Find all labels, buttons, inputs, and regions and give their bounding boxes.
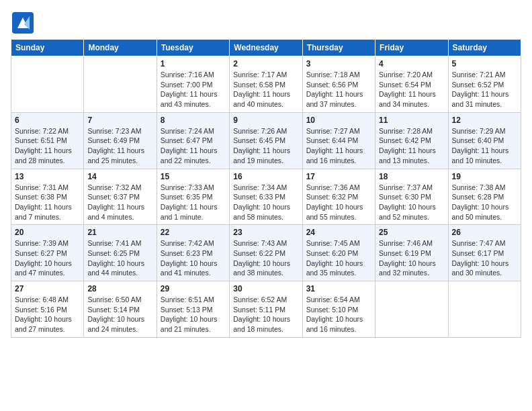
day-info: Sunrise: 7:17 AM Sunset: 6:58 PM Dayligh… (233, 70, 298, 109)
day-info: Sunrise: 7:34 AM Sunset: 6:33 PM Dayligh… (233, 183, 298, 222)
day-info: Sunrise: 7:38 AM Sunset: 6:28 PM Dayligh… (452, 183, 517, 222)
day-number: 6 (15, 116, 80, 125)
weekday-header-thursday: Thursday (302, 40, 375, 56)
weekday-header-friday: Friday (375, 40, 448, 56)
day-number: 2 (233, 59, 298, 68)
logo-icon (11, 11, 35, 35)
calendar-cell: 17Sunrise: 7:36 AM Sunset: 6:32 PM Dayli… (302, 169, 375, 225)
calendar-cell (448, 281, 521, 338)
day-info: Sunrise: 7:32 AM Sunset: 6:37 PM Dayligh… (87, 183, 152, 222)
day-info: Sunrise: 6:51 AM Sunset: 5:13 PM Dayligh… (161, 295, 226, 334)
day-number: 17 (306, 172, 371, 181)
calendar-cell: 28Sunrise: 6:50 AM Sunset: 5:14 PM Dayli… (84, 281, 157, 338)
weekday-header-saturday: Saturday (448, 40, 521, 56)
day-number: 14 (87, 172, 152, 181)
calendar-cell: 29Sunrise: 6:51 AM Sunset: 5:13 PM Dayli… (157, 281, 229, 338)
calendar-week-4: 20Sunrise: 7:39 AM Sunset: 6:27 PM Dayli… (11, 225, 521, 281)
day-number: 27 (15, 284, 80, 293)
day-number: 18 (379, 172, 444, 181)
calendar: SundayMondayTuesdayWednesdayThursdayFrid… (11, 39, 521, 338)
day-number: 24 (306, 228, 371, 237)
calendar-cell: 19Sunrise: 7:38 AM Sunset: 6:28 PM Dayli… (448, 169, 521, 225)
day-number: 10 (306, 116, 371, 125)
day-info: Sunrise: 7:20 AM Sunset: 6:54 PM Dayligh… (379, 70, 444, 109)
weekday-header-sunday: Sunday (11, 40, 84, 56)
day-info: Sunrise: 7:24 AM Sunset: 6:47 PM Dayligh… (161, 126, 226, 166)
day-number: 26 (452, 228, 517, 237)
calendar-week-3: 13Sunrise: 7:31 AM Sunset: 6:38 PM Dayli… (11, 169, 521, 225)
day-number: 21 (87, 228, 152, 237)
calendar-cell: 22Sunrise: 7:42 AM Sunset: 6:23 PM Dayli… (157, 225, 229, 281)
day-number: 7 (87, 116, 152, 125)
day-number: 30 (233, 284, 298, 293)
calendar-cell: 5Sunrise: 7:21 AM Sunset: 6:52 PM Daylig… (448, 56, 521, 113)
day-info: Sunrise: 7:16 AM Sunset: 7:00 PM Dayligh… (161, 70, 226, 109)
calendar-week-1: 1Sunrise: 7:16 AM Sunset: 7:00 PM Daylig… (11, 56, 521, 113)
day-number: 23 (233, 228, 298, 237)
calendar-cell: 3Sunrise: 7:18 AM Sunset: 6:56 PM Daylig… (302, 56, 375, 113)
calendar-cell: 25Sunrise: 7:46 AM Sunset: 6:19 PM Dayli… (375, 225, 448, 281)
day-number: 15 (161, 172, 226, 181)
calendar-cell (11, 56, 84, 113)
day-number: 11 (379, 116, 444, 125)
day-number: 19 (452, 172, 517, 181)
weekday-header-tuesday: Tuesday (157, 40, 229, 56)
calendar-cell: 10Sunrise: 7:27 AM Sunset: 6:44 PM Dayli… (302, 112, 375, 169)
day-info: Sunrise: 7:46 AM Sunset: 6:19 PM Dayligh… (379, 238, 444, 278)
calendar-cell: 1Sunrise: 7:16 AM Sunset: 7:00 PM Daylig… (157, 56, 229, 113)
day-number: 3 (306, 59, 371, 68)
day-info: Sunrise: 7:45 AM Sunset: 6:20 PM Dayligh… (306, 238, 371, 278)
day-info: Sunrise: 6:54 AM Sunset: 5:10 PM Dayligh… (306, 295, 371, 334)
day-number: 31 (306, 284, 371, 293)
calendar-cell: 26Sunrise: 7:47 AM Sunset: 6:17 PM Dayli… (448, 225, 521, 281)
day-number: 12 (452, 116, 517, 125)
calendar-cell: 15Sunrise: 7:33 AM Sunset: 6:35 PM Dayli… (157, 169, 229, 225)
calendar-cell: 8Sunrise: 7:24 AM Sunset: 6:47 PM Daylig… (157, 112, 229, 169)
day-number: 1 (161, 59, 226, 68)
day-info: Sunrise: 7:41 AM Sunset: 6:25 PM Dayligh… (87, 238, 152, 278)
day-info: Sunrise: 7:47 AM Sunset: 6:17 PM Dayligh… (452, 238, 517, 278)
calendar-cell: 7Sunrise: 7:23 AM Sunset: 6:49 PM Daylig… (84, 112, 157, 169)
day-info: Sunrise: 7:39 AM Sunset: 6:27 PM Dayligh… (15, 238, 80, 278)
calendar-body: 1Sunrise: 7:16 AM Sunset: 7:00 PM Daylig… (11, 56, 521, 338)
day-number: 13 (15, 172, 80, 181)
day-number: 4 (379, 59, 444, 68)
calendar-cell: 9Sunrise: 7:26 AM Sunset: 6:45 PM Daylig… (230, 112, 302, 169)
calendar-cell: 18Sunrise: 7:37 AM Sunset: 6:30 PM Dayli… (375, 169, 448, 225)
calendar-cell: 21Sunrise: 7:41 AM Sunset: 6:25 PM Dayli… (84, 225, 157, 281)
day-info: Sunrise: 7:23 AM Sunset: 6:49 PM Dayligh… (87, 126, 152, 166)
day-info: Sunrise: 7:28 AM Sunset: 6:42 PM Dayligh… (379, 126, 444, 166)
calendar-cell: 6Sunrise: 7:22 AM Sunset: 6:51 PM Daylig… (11, 112, 84, 169)
calendar-cell (375, 281, 448, 338)
calendar-cell: 16Sunrise: 7:34 AM Sunset: 6:33 PM Dayli… (230, 169, 302, 225)
calendar-cell: 12Sunrise: 7:29 AM Sunset: 6:40 PM Dayli… (448, 112, 521, 169)
day-info: Sunrise: 6:48 AM Sunset: 5:16 PM Dayligh… (15, 295, 80, 334)
calendar-cell: 24Sunrise: 7:45 AM Sunset: 6:20 PM Dayli… (302, 225, 375, 281)
day-number: 9 (233, 116, 298, 125)
calendar-cell: 20Sunrise: 7:39 AM Sunset: 6:27 PM Dayli… (11, 225, 84, 281)
day-number: 20 (15, 228, 80, 237)
day-info: Sunrise: 6:52 AM Sunset: 5:11 PM Dayligh… (233, 295, 298, 334)
calendar-week-2: 6Sunrise: 7:22 AM Sunset: 6:51 PM Daylig… (11, 112, 521, 169)
day-number: 5 (452, 59, 517, 68)
day-info: Sunrise: 7:27 AM Sunset: 6:44 PM Dayligh… (306, 126, 371, 166)
calendar-cell: 30Sunrise: 6:52 AM Sunset: 5:11 PM Dayli… (230, 281, 302, 338)
calendar-cell (84, 56, 157, 113)
day-info: Sunrise: 7:18 AM Sunset: 6:56 PM Dayligh… (306, 70, 371, 109)
day-info: Sunrise: 7:42 AM Sunset: 6:23 PM Dayligh… (161, 238, 226, 278)
day-info: Sunrise: 7:43 AM Sunset: 6:22 PM Dayligh… (233, 238, 298, 278)
weekday-header-wednesday: Wednesday (230, 40, 302, 56)
day-info: Sunrise: 7:22 AM Sunset: 6:51 PM Dayligh… (15, 126, 80, 166)
calendar-cell: 31Sunrise: 6:54 AM Sunset: 5:10 PM Dayli… (302, 281, 375, 338)
calendar-week-5: 27Sunrise: 6:48 AM Sunset: 5:16 PM Dayli… (11, 281, 521, 338)
day-number: 8 (161, 116, 226, 125)
calendar-cell: 11Sunrise: 7:28 AM Sunset: 6:42 PM Dayli… (375, 112, 448, 169)
day-info: Sunrise: 7:26 AM Sunset: 6:45 PM Dayligh… (233, 126, 298, 166)
day-info: Sunrise: 6:50 AM Sunset: 5:14 PM Dayligh… (87, 295, 152, 334)
day-info: Sunrise: 7:33 AM Sunset: 6:35 PM Dayligh… (161, 183, 226, 222)
calendar-cell: 2Sunrise: 7:17 AM Sunset: 6:58 PM Daylig… (230, 56, 302, 113)
weekday-header-row: SundayMondayTuesdayWednesdayThursdayFrid… (11, 40, 521, 56)
calendar-cell: 27Sunrise: 6:48 AM Sunset: 5:16 PM Dayli… (11, 281, 84, 338)
day-number: 28 (87, 284, 152, 293)
day-info: Sunrise: 7:37 AM Sunset: 6:30 PM Dayligh… (379, 183, 444, 222)
